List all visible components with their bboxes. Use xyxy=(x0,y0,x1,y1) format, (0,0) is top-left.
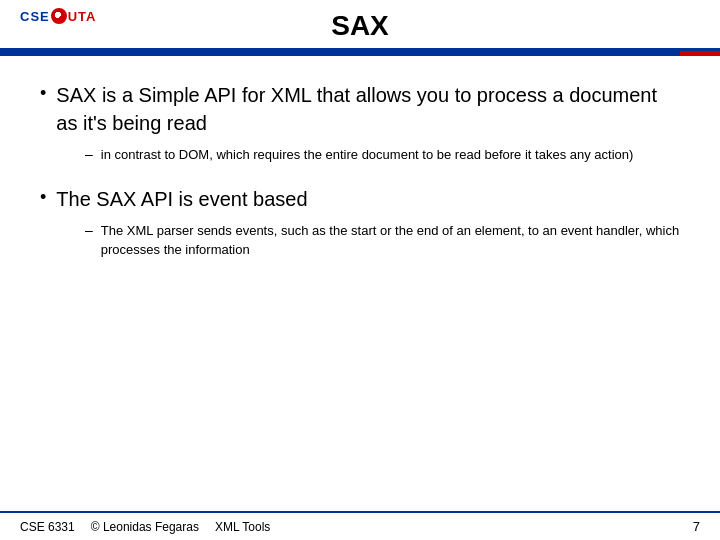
footer-topic: XML Tools xyxy=(215,520,270,534)
bullet-section-2: • The SAX API is event based – The XML p… xyxy=(40,185,680,260)
bullet-dot-1: • xyxy=(40,83,46,104)
sub-text-1-1: in contrast to DOM, which requires the e… xyxy=(101,145,634,165)
color-bar-blue xyxy=(0,51,680,56)
sub-text-2-1: The XML parser sends events, such as the… xyxy=(101,221,680,260)
logo-circle-icon xyxy=(51,8,67,24)
footer-page-number: 7 xyxy=(693,519,700,534)
sub-dash-2-1: – xyxy=(85,222,93,238)
page-title: SAX xyxy=(331,10,389,42)
sub-bullet-2-1: – The XML parser sends events, such as t… xyxy=(85,221,680,260)
footer-course: CSE 6331 xyxy=(20,520,75,534)
logo-uta: UTA xyxy=(68,9,97,24)
logo: CSEUTA xyxy=(20,8,97,24)
bullet-main-1: • SAX is a Simple API for XML that allow… xyxy=(40,81,680,137)
main-content: • SAX is a Simple API for XML that allow… xyxy=(0,56,720,300)
color-bar-red xyxy=(680,51,720,56)
bullet-main-2: • The SAX API is event based xyxy=(40,185,680,213)
logo-cse: CSE xyxy=(20,9,50,24)
footer-copyright: © Leonidas Fegaras xyxy=(91,520,199,534)
bullet-main-text-2: The SAX API is event based xyxy=(56,185,307,213)
sub-bullet-1-1: – in contrast to DOM, which requires the… xyxy=(85,145,680,165)
footer-left: CSE 6331 © Leonidas Fegaras XML Tools xyxy=(20,520,270,534)
bullet-section-1: • SAX is a Simple API for XML that allow… xyxy=(40,81,680,165)
slide-footer: CSE 6331 © Leonidas Fegaras XML Tools 7 xyxy=(0,511,720,540)
bullet-main-text-1: SAX is a Simple API for XML that allows … xyxy=(56,81,680,137)
sub-dash-1-1: – xyxy=(85,146,93,162)
bullet-dot-2: • xyxy=(40,187,46,208)
color-bar xyxy=(0,51,720,56)
slide-header: CSEUTA SAX xyxy=(0,0,720,51)
logo-area: CSEUTA xyxy=(20,8,97,24)
